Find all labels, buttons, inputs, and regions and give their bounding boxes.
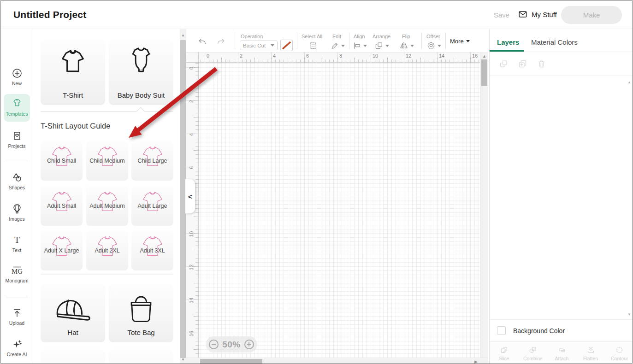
- templates-panel: T-Shirt Baby Body Suit T-Shirt Layout Gu…: [33, 29, 186, 364]
- project-card-icon: [12, 130, 23, 141]
- scroll-down-arrow[interactable]: ▼: [181, 358, 185, 362]
- select-all-button[interactable]: [308, 41, 318, 50]
- scrollbar-thumb[interactable]: [200, 359, 262, 364]
- scroll-up-arrow[interactable]: ▲: [482, 54, 486, 58]
- offset-icon: [426, 41, 436, 50]
- template-card-label: Hat: [41, 329, 105, 336]
- operation-select[interactable]: Basic Cut: [240, 41, 278, 50]
- scroll-down-arrow[interactable]: ▼: [627, 313, 631, 317]
- scroll-right-arrow[interactable]: ▶: [474, 360, 478, 364]
- template-card-partial-right[interactable]: [109, 350, 173, 364]
- layers-panel: Layers Material Colors ▲ ▼ Background Co…: [489, 29, 633, 364]
- ruler-tick: 14: [439, 53, 444, 59]
- scroll-up-arrow[interactable]: ▲: [627, 81, 631, 84]
- attach-icon: [557, 346, 566, 354]
- undo-button[interactable]: [198, 37, 207, 47]
- sidebar-item-templates[interactable]: Templates: [0, 98, 33, 117]
- chevron-down-icon[interactable]: [385, 45, 389, 47]
- project-title[interactable]: Untitled Project: [13, 9, 86, 20]
- template-card-partial-left[interactable]: [41, 350, 105, 364]
- template-card-baby-body-suit[interactable]: Baby Body Suit: [109, 40, 173, 105]
- chevron-down-icon[interactable]: [363, 45, 367, 47]
- chevron-down-icon[interactable]: [410, 45, 414, 47]
- canvas-toolbar: Operation Basic Cut Select All Edit Alig…: [186, 29, 488, 52]
- duplicate-icon[interactable]: [518, 59, 527, 69]
- zoom-out-button[interactable]: [209, 340, 219, 349]
- slice-button[interactable]: Slice: [490, 342, 519, 364]
- size-card-adult-large[interactable]: Adult Large: [131, 186, 173, 226]
- save-button[interactable]: Save: [494, 11, 509, 19]
- ruler-tick: 6: [306, 53, 309, 59]
- operation-color-swatch[interactable]: [280, 40, 293, 51]
- combine-button[interactable]: Combine: [519, 342, 548, 364]
- rail-divider: [6, 162, 28, 162]
- my-stuff-button[interactable]: My Stuff: [518, 9, 557, 19]
- trash-icon[interactable]: [537, 59, 546, 69]
- size-card-adult-small[interactable]: Adult Small: [41, 186, 83, 226]
- template-card-hat[interactable]: Hat: [41, 284, 105, 342]
- edit-button[interactable]: [330, 41, 339, 50]
- more-button[interactable]: More: [450, 38, 470, 45]
- sidebar-item-label: Text: [12, 247, 21, 253]
- size-label: Adult X Large: [38, 247, 85, 254]
- monogram-icon: [12, 265, 23, 276]
- flip-button[interactable]: [399, 41, 408, 50]
- undo-icon: [198, 37, 207, 47]
- sidebar-item-monogram[interactable]: Monogram: [0, 265, 33, 283]
- toolbar-divider: [235, 33, 235, 49]
- left-navigation-rail: New Templates Projects Shapes Images Tex…: [0, 29, 33, 364]
- offset-button[interactable]: [426, 41, 436, 50]
- size-card-adult-medium[interactable]: Adult Medium: [86, 186, 128, 226]
- edit-label: Edit: [332, 34, 341, 39]
- size-card-adult-2xl[interactable]: Adult 2XL: [86, 231, 128, 270]
- contour-icon: [615, 346, 624, 354]
- tab-material-colors[interactable]: Material Colors: [531, 38, 578, 46]
- size-card-child-large[interactable]: Child Large: [131, 141, 173, 181]
- group-icon[interactable]: [499, 59, 509, 69]
- redo-icon: [216, 37, 225, 47]
- chevron-down-icon[interactable]: [341, 45, 345, 47]
- panel-collapse-handle[interactable]: ˂: [185, 179, 195, 213]
- sidebar-item-create-ai[interactable]: Create AI: [0, 339, 33, 357]
- ruler-tick: 0: [207, 53, 209, 59]
- arrange-button[interactable]: [374, 41, 384, 50]
- sidebar-item-projects[interactable]: Projects: [0, 130, 33, 149]
- section-title: T-Shirt Layout Guide: [41, 122, 110, 130]
- scroll-up-arrow[interactable]: ▲: [181, 34, 185, 37]
- size-card-child-medium[interactable]: Child Medium: [86, 141, 128, 181]
- sidebar-item-upload[interactable]: Upload: [0, 307, 33, 326]
- flip-label: Flip: [402, 34, 410, 39]
- flatten-button[interactable]: Flatten: [576, 342, 605, 364]
- sidebar-item-images[interactable]: Images: [0, 203, 33, 222]
- align-button[interactable]: [352, 41, 361, 50]
- chevron-down-icon[interactable]: [438, 45, 441, 47]
- make-button[interactable]: Make: [561, 6, 622, 24]
- attach-button[interactable]: Attach: [547, 342, 576, 364]
- canvas-vertical-scrollbar[interactable]: ▲: [480, 52, 488, 358]
- size-card-adult-3xl[interactable]: Adult 3XL: [131, 231, 173, 270]
- background-color-swatch[interactable]: [497, 326, 506, 335]
- sidebar-item-shapes[interactable]: Shapes: [0, 172, 33, 190]
- onesie-icon: [124, 47, 158, 80]
- sidebar-item-text[interactable]: Text: [0, 235, 33, 253]
- toolbar-divider: [445, 33, 446, 49]
- size-card-child-small[interactable]: Child Small: [41, 141, 83, 181]
- size-card-adult-x-large[interactable]: Adult X Large: [41, 231, 83, 270]
- toolbar-divider: [349, 33, 349, 49]
- ruler-tick: 10: [188, 230, 195, 238]
- scrollbar-thumb[interactable]: [481, 59, 487, 86]
- sidebar-item-new[interactable]: New: [0, 68, 33, 86]
- size-label: Child Small: [38, 158, 85, 164]
- template-card-tote-bag[interactable]: Tote Bag: [109, 284, 173, 342]
- ruler-corner: [186, 52, 199, 63]
- arrange-icon: [374, 41, 384, 50]
- design-canvas[interactable]: [199, 63, 480, 358]
- tab-layers[interactable]: Layers: [497, 38, 519, 46]
- ruler-tick: 8: [339, 53, 342, 59]
- flatten-icon: [586, 346, 595, 354]
- zoom-in-button[interactable]: [244, 340, 254, 349]
- redo-button[interactable]: [216, 37, 225, 47]
- canvas-horizontal-scrollbar[interactable]: ▶: [186, 358, 488, 364]
- contour-button[interactable]: Contour: [605, 342, 633, 364]
- template-card-tshirt[interactable]: T-Shirt: [41, 40, 105, 105]
